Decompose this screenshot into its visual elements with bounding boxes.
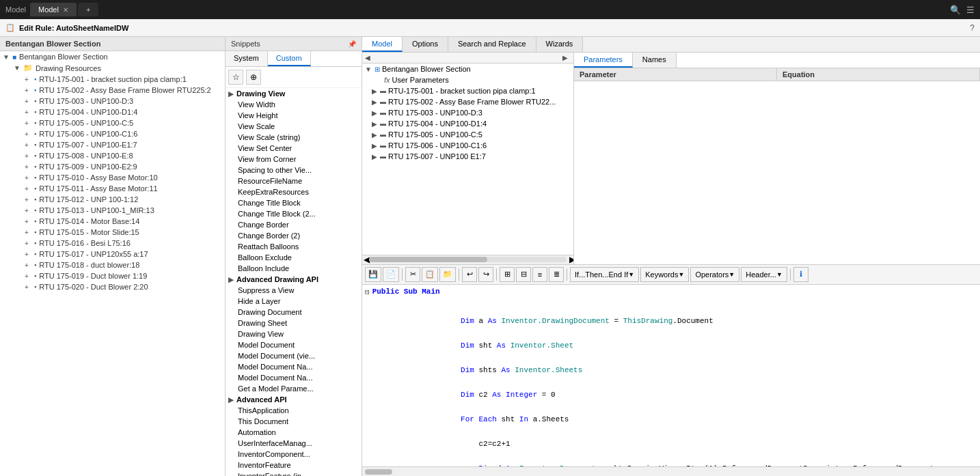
close-icon[interactable]: ✕ [63,6,68,14]
tab-model[interactable]: Model [362,37,403,52]
h-scrollbar[interactable]: ◀ ▶ [362,255,573,264]
tab-system[interactable]: System [226,51,268,66]
list-item[interactable]: Change Border [226,219,362,230]
list-item[interactable]: + ▪ RTU 175-002 - Assy Base Frame Blower… [0,85,225,96]
code-h-scrollbar[interactable] [362,466,980,476]
copy-button[interactable]: 📋 [422,267,438,282]
indent-button[interactable]: ⊞ [500,267,515,282]
list-item[interactable]: + ▪ RTU 175-015 - Motor Slide:15 [0,227,225,238]
model-tree-item[interactable]: ▶ ▬ RTU 175-004 - UNP100-D1:4 [362,118,573,129]
align-left-button[interactable]: ≡ [532,267,547,282]
list-item[interactable]: InventorFeature (in... [226,471,362,476]
list-item[interactable]: + ▪ RTU 175-003 - UNP100-D:3 [0,96,225,107]
model-tree-content[interactable]: ▼ ⊞ Bentangan Blower Section fx User Par… [362,64,573,255]
list-item[interactable]: + ▪ RTU 175-007 - UNP100-E1:7 [0,139,225,150]
list-item[interactable]: + ▪ RTU 175-008 - UNP100-E:8 [0,150,225,161]
list-item[interactable]: + ▪ RTU 175-016 - Besi L75:16 [0,238,225,249]
list-item[interactable]: + ▪ RTU 175-010 - Assy Base Motor:10 [0,172,225,183]
list-item[interactable]: + ▪ RTU 175-014 - Motor Base:14 [0,216,225,227]
list-item[interactable]: + ▪ RTU 175-018 - duct blower:18 [0,260,225,270]
list-item[interactable]: UserInterfaceManag... [226,438,362,449]
list-item[interactable]: View Width [226,99,362,110]
if-then-dropdown[interactable]: If...Then...End If ▼ [570,267,639,282]
list-item[interactable]: InventorComponent... [226,449,362,460]
expander-icon[interactable]: ▶ [228,396,236,404]
collapse-icon[interactable]: ⊟ [365,288,370,296]
list-item[interactable]: Change Title Block [226,197,362,208]
redo-button[interactable]: ↪ [478,267,493,282]
new-button[interactable]: 📄 [383,267,399,282]
model-tree-item[interactable]: ▶ ▬ RTU 175-002 - Assy Base Frame Blower… [362,96,573,107]
tree-item-drawing-resources[interactable]: ▼ 📁 Drawing Resources [0,62,225,74]
expander-icon[interactable]: ▶ [372,109,380,117]
list-item[interactable]: Hide a Layer [226,296,362,307]
list-item[interactable]: Change Title Block (2... [226,208,362,219]
model-tab[interactable]: Model ✕ [30,3,77,16]
list-item[interactable]: + ▪ RTU 175-009 - UNP100-E2:9 [0,161,225,172]
tab-custom[interactable]: Custom [268,51,311,66]
hamburger-icon[interactable]: ☰ [966,5,975,15]
list-item[interactable]: ThisApplication [226,405,362,416]
list-item[interactable]: InventorFeature [226,460,362,471]
tab-parameters[interactable]: Parameters [574,53,633,68]
list-item[interactable]: Suppress a View [226,285,362,296]
expander-icon[interactable]: ▶ [228,276,236,283]
code-editor[interactable]: ⊟ Public Sub Main Dim a As Inventor.Draw… [362,285,980,467]
list-item[interactable]: View Set Center [226,143,362,154]
align-button[interactable]: ≣ [549,267,564,282]
scroll-right-icon[interactable]: ▶ [562,54,571,61]
header-dropdown[interactable]: Header... ▼ [741,267,787,282]
model-tree-item[interactable]: fx User Parameters [362,74,573,85]
list-item[interactable]: Spacing to other Vie... [226,165,362,176]
list-item[interactable]: ▶ Advanced API [226,394,362,405]
paste-button[interactable]: 📁 [439,267,456,282]
list-item[interactable]: Model Document (vie... [226,350,362,361]
list-item[interactable]: View Scale [226,121,362,132]
list-item[interactable]: View Scale (string) [226,132,362,143]
tab-wizards[interactable]: Wizards [536,37,584,52]
list-item[interactable]: View from Corner [226,154,362,165]
scrollbar-track[interactable] [369,257,567,262]
model-tree-item[interactable]: ▶ ▬ RTU 175-006 - UNP100-C1:6 [362,140,573,151]
list-item[interactable]: Get a Model Parame... [226,383,362,394]
list-item[interactable]: Balloon Include [226,263,362,274]
add-snippet-button[interactable]: ⊕ [246,70,261,85]
info-button[interactable]: ℹ [793,267,808,282]
scroll-left-icon[interactable]: ◀ [365,54,375,61]
code-scroll-thumb[interactable] [365,469,392,475]
list-item[interactable]: ResourceFileName [226,176,362,186]
new-tab-button[interactable]: + [78,3,98,16]
operators-dropdown[interactable]: Operators ▼ [690,267,739,282]
save-button[interactable]: 💾 [365,267,381,282]
expander-icon[interactable]: ▶ [372,131,380,139]
expander-icon[interactable]: ▶ [372,87,380,95]
model-tree-item[interactable]: ▶ ▬ RTU 175-007 - UNP100 E1:7 [362,151,573,162]
list-item[interactable]: KeepExtraResources [226,186,362,197]
model-tree-item[interactable]: ▶ ▬ RTU 175-003 - UNP100-D:3 [362,107,573,118]
cut-button[interactable]: ✂ [405,267,420,282]
list-item[interactable]: + ▪ RTU 175-004 - UNP100-D1:4 [0,107,225,117]
expander-icon[interactable]: ▼ [365,66,375,73]
search-icon[interactable]: 🔍 [950,5,961,15]
list-item[interactable]: Reattach Balloons [226,241,362,252]
list-item[interactable]: Drawing View [226,328,362,339]
list-item[interactable]: + ▪ RTU-175-001 - bracket suction pipa c… [0,74,225,85]
help-icon[interactable]: ? [970,23,975,33]
list-item[interactable]: + ▪ RTU 175-013 - UNP100-1_MIR:13 [0,205,225,216]
expander-icon[interactable]: ▶ [372,120,380,128]
list-item[interactable]: ▶ Drawing View [226,88,362,99]
list-item[interactable]: ▶ Advanced Drawing API [226,274,362,285]
expander-icon[interactable]: ▶ [372,98,380,106]
expander-icon[interactable]: ▶ [372,153,380,160]
expander-icon[interactable]: ▶ [372,142,380,150]
list-item[interactable]: + ▪ RTU 175-020 - Duct Blower 2:20 [0,281,225,292]
list-item[interactable]: + ▪ RTU 175-019 - Duct blower 1:19 [0,270,225,281]
list-item[interactable]: Automation [226,427,362,438]
tab-names[interactable]: Names [633,53,677,68]
list-item[interactable]: View Height [226,110,362,121]
list-item[interactable]: + ▪ RTU 175-005 - UNP100-C:5 [0,117,225,128]
list-item[interactable]: Model Document Na... [226,361,362,372]
undo-button[interactable]: ↩ [462,267,477,282]
expander-dr[interactable]: ▼ [14,64,23,72]
outdent-button[interactable]: ⊟ [516,267,531,282]
